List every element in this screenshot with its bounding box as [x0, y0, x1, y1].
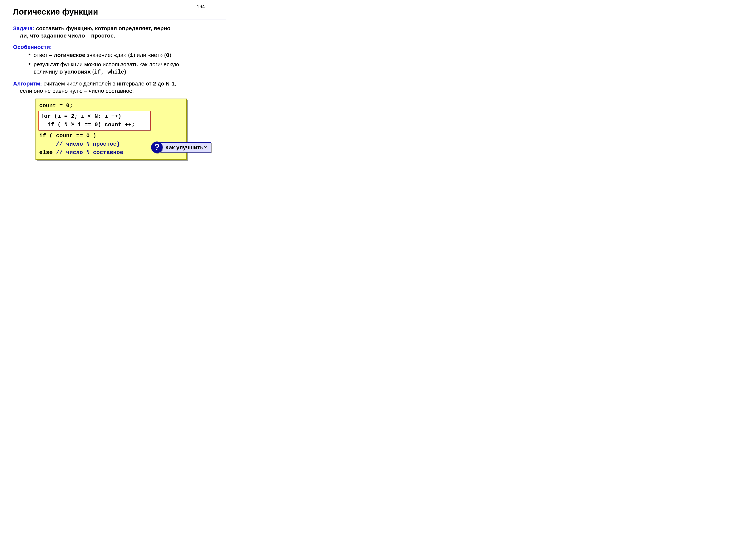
slide-body: Задача: составить функцию, которая опред…	[13, 25, 226, 160]
f1-bold: логическое	[54, 52, 85, 58]
code-block-wrap: count = 0; for (i = 2; i < N; i ++) if (…	[35, 99, 187, 160]
algorithm-paragraph: Алгоритм: считаем число делителей в инте…	[13, 80, 226, 95]
title-underline	[13, 19, 226, 20]
alg-b1: 2	[153, 80, 156, 87]
code-l6-else: else	[39, 149, 56, 156]
f2-mono: if, while	[94, 69, 124, 75]
callout-text: Как улучшить?	[160, 142, 211, 153]
code-line-2: for (i = 2; i < N; i ++)	[41, 112, 148, 121]
task-paragraph: Задача: составить функцию, которая опред…	[13, 25, 226, 39]
code-line-1: count = 0;	[39, 102, 183, 110]
question-mark-icon: ?	[151, 141, 163, 153]
task-text-line1: составить функцию, которая определяет, в…	[34, 25, 171, 31]
feature-item-1: ответ – логическое значение: «да» (1) ил…	[34, 51, 226, 59]
callout: ? Как улучшить?	[151, 141, 211, 153]
alg-t2: до	[156, 80, 166, 87]
f1-post: значение: «да» (	[85, 52, 130, 58]
code-highlight-frame: for (i = 2; i < N; i ++) if ( N % i == 0…	[38, 111, 151, 131]
code-l5-comment: // число N простое}	[56, 141, 120, 147]
code-l6-comment: // число N составное	[56, 149, 123, 156]
features-label: Особенности:	[13, 44, 52, 50]
alg-t4: если оно не равно нулю – число составное…	[20, 88, 134, 94]
f1-mono2: 0	[166, 52, 170, 59]
algorithm-label: Алгоритм:	[13, 80, 42, 87]
task-label: Задача:	[13, 25, 34, 31]
f2-pre: величину	[34, 69, 59, 75]
feature-item-2: результат функции можно использовать как…	[34, 61, 226, 76]
features-list: ответ – логическое значение: «да» (1) ил…	[13, 51, 226, 76]
task-text-line2: ли, что заданное число – простое.	[20, 32, 115, 38]
f2-line1: результат функции можно использовать как…	[34, 61, 179, 68]
slide: 164 Логические функции Задача: составить…	[0, 0, 239, 179]
f1-mono1: 1	[130, 52, 133, 59]
code-l5-indent	[39, 141, 56, 147]
code-line-4: if ( count == 0 )	[39, 132, 183, 140]
alg-t1: считаем число делителей в интервале от	[42, 80, 153, 87]
page-number: 164	[162, 4, 239, 9]
f1-end: )	[170, 52, 171, 58]
alg-b2: N-1	[166, 80, 175, 87]
f1-pre: ответ –	[34, 52, 54, 58]
alg-t3: ,	[175, 80, 176, 87]
f2-paren-open: (	[91, 69, 94, 75]
f2-bold: в условиях	[59, 69, 91, 75]
code-line-3: if ( N % i == 0) count ++;	[41, 121, 148, 129]
features-label-line: Особенности:	[13, 43, 226, 51]
f1-mid: ) или «нет» (	[133, 52, 166, 58]
f2-paren-close: )	[124, 69, 126, 75]
